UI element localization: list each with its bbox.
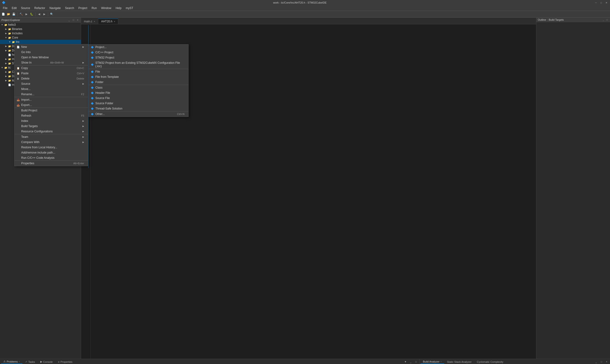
collapse-btn[interactable]: _ bbox=[408, 360, 413, 364]
right-panel-max[interactable]: □ bbox=[606, 18, 609, 21]
cm-item-gointo[interactable]: Go Into bbox=[14, 50, 88, 55]
tab-close-aht20[interactable]: × bbox=[114, 20, 115, 23]
toolbar-search[interactable]: 🔍 bbox=[49, 12, 54, 17]
submenu-other[interactable]: 🔷 Other... Ctrl+N bbox=[89, 111, 188, 117]
cm-item-opennewwindow[interactable]: Open in New Window bbox=[14, 55, 88, 60]
tab-problems-close[interactable]: × bbox=[19, 360, 20, 363]
ba-close-btn[interactable]: × bbox=[604, 360, 609, 364]
cm-item-showin[interactable]: Show In Alt+Shift+W bbox=[14, 60, 88, 65]
folder-icon: 📁 bbox=[8, 27, 12, 31]
max-btn[interactable]: □ bbox=[414, 360, 418, 364]
menu-window[interactable]: Window bbox=[99, 6, 113, 10]
title-bar-icon: 🔷 bbox=[2, 1, 5, 4]
menu-myst[interactable]: myST bbox=[124, 6, 135, 10]
cm-item-team[interactable]: Team bbox=[14, 134, 88, 140]
toolbar-new[interactable]: 📄 bbox=[1, 12, 6, 17]
tree-arrow: ▶ bbox=[4, 32, 8, 35]
cm-item-move[interactable]: Move... bbox=[14, 86, 88, 92]
menu-edit[interactable]: Edit bbox=[10, 6, 19, 10]
cm-item-addremoveinclude[interactable]: Add/remove include path... bbox=[14, 150, 88, 155]
cm-item-buildproject[interactable]: Build Project bbox=[14, 108, 88, 113]
submenu-class[interactable]: 🔷 Class bbox=[89, 85, 188, 90]
cm-item-comparewith[interactable]: Compare With bbox=[14, 140, 88, 145]
cm-item-new[interactable]: 📄 New bbox=[14, 44, 88, 50]
menu-help[interactable]: Help bbox=[114, 6, 124, 10]
toolbar-debug[interactable]: 🐛 bbox=[29, 12, 34, 17]
filter-btn[interactable]: ▼ bbox=[403, 360, 408, 364]
menu-search[interactable]: Search bbox=[63, 6, 76, 10]
tree-arrow: ▶ bbox=[4, 75, 8, 78]
cm-item-runcodeanalysis[interactable]: Run C/C++ Code Analysis bbox=[14, 155, 88, 160]
submenu-file-from-template[interactable]: 🔷 File from Template bbox=[89, 74, 188, 79]
tab-cyclomatic[interactable]: Cyclomatic Complexity bbox=[474, 360, 506, 364]
tab-close-mainc[interactable]: × bbox=[94, 20, 95, 23]
cm-item-source[interactable]: Source bbox=[14, 81, 88, 86]
tab-build-analyzer-close[interactable]: × bbox=[441, 360, 442, 363]
tree-item[interactable]: ▼ 📁 hello3 bbox=[0, 23, 81, 27]
cm-item-refresh[interactable]: Refresh F5 bbox=[14, 113, 88, 118]
tree-arrow bbox=[4, 53, 8, 56]
tab-tasks[interactable]: ✓ Tasks bbox=[23, 360, 37, 364]
menu-file[interactable]: File bbox=[1, 6, 9, 10]
project-icon: 🔷 bbox=[91, 45, 94, 49]
menu-project[interactable]: Project bbox=[77, 6, 89, 10]
tree-item[interactable]: ▶ 📁 Binaries bbox=[0, 27, 81, 31]
submenu-source-folder[interactable]: 🔷 Source Folder bbox=[89, 101, 188, 106]
editor-tab-aht20[interactable]: AHT20.h × bbox=[98, 19, 118, 24]
cm-item-properties[interactable]: Properties Alt+Enter bbox=[14, 160, 88, 166]
toolbar-open[interactable]: 📂 bbox=[6, 12, 11, 17]
folder-icon: 📁 bbox=[8, 74, 12, 78]
tree-item[interactable]: ▼ 📁 Core bbox=[0, 36, 81, 40]
tree-item[interactable]: ▼ 📁 Inc bbox=[0, 40, 81, 44]
submenu-file[interactable]: 🔷 File bbox=[89, 69, 188, 74]
cm-item-restorelocalhistory[interactable]: Restore from Local History... bbox=[14, 145, 88, 150]
submenu-stm32-from-ioc[interactable]: 🔷 STM32 Project from an Existing STM32Cu… bbox=[89, 60, 188, 69]
submenu-header-file[interactable]: 🔷 Header File bbox=[89, 90, 188, 95]
tab-build-analyzer[interactable]: Build Analyzer × bbox=[420, 360, 444, 364]
tab-console[interactable]: ▶ Console bbox=[38, 360, 55, 364]
panel-close-btn[interactable]: × bbox=[76, 18, 79, 22]
menu-navigate[interactable]: Navigate bbox=[47, 6, 62, 10]
minimize-button[interactable]: ─ bbox=[594, 1, 598, 4]
menu-refactor[interactable]: Refactor bbox=[32, 6, 47, 10]
ba-max-btn[interactable]: □ bbox=[599, 360, 604, 364]
tree-item[interactable]: ▶ 📁 Includes bbox=[0, 31, 81, 36]
ba-collapse-btn[interactable]: _ bbox=[594, 360, 598, 364]
toolbar-save[interactable]: 💾 bbox=[12, 12, 16, 17]
toolbar-back[interactable]: ◀ bbox=[37, 12, 42, 17]
maximize-button[interactable]: □ bbox=[599, 1, 603, 4]
cm-item-buildtargets[interactable]: Build Targets bbox=[14, 124, 88, 129]
menu-run[interactable]: Run bbox=[90, 6, 99, 10]
tab-properties[interactable]: ≡ Properties bbox=[55, 360, 75, 364]
editor-tab-mainc[interactable]: main.c × bbox=[81, 19, 98, 24]
tab-static-stack[interactable]: Static Stack Analyzer bbox=[444, 360, 474, 364]
panel-max-btn[interactable]: □ bbox=[72, 18, 75, 22]
cm-item-delete[interactable]: 🗑 Delete Delete bbox=[14, 76, 88, 81]
cm-item-copy[interactable]: 📋 Copy Ctrl+C bbox=[14, 65, 88, 71]
submenu-folder[interactable]: 🔷 Folder bbox=[89, 79, 188, 85]
folder-icon: 📁 bbox=[8, 31, 12, 35]
submenu-thread-safe[interactable]: 🔷 Thread-Safe Solution bbox=[89, 106, 188, 111]
cm-item-rename[interactable]: Rename... F2 bbox=[14, 92, 88, 97]
cm-item-resourceconfigs[interactable]: Resource Configurations bbox=[14, 129, 88, 134]
tree-label: Binaries bbox=[12, 27, 22, 31]
panel-collapse-btn[interactable]: _ bbox=[68, 18, 71, 22]
right-panel-collapse[interactable]: _ bbox=[602, 18, 605, 21]
tab-problems[interactable]: ⚠ Problems × bbox=[1, 360, 22, 364]
submenu-source-file[interactable]: 🔷 Source File bbox=[89, 95, 188, 101]
cm-item-paste[interactable]: 📋 Paste Ctrl+V bbox=[14, 71, 88, 76]
cm-item-export[interactable]: 📤 Export... bbox=[14, 102, 88, 108]
stm32-ioc-icon: 🔷 bbox=[91, 63, 94, 66]
submenu-cpp-project[interactable]: 🔷 C/C++ Project bbox=[89, 50, 188, 55]
toolbar-forward[interactable]: ▶ bbox=[42, 12, 47, 17]
right-panel: Outline | Build Targets _ □ bbox=[536, 18, 610, 359]
close-button[interactable]: ✕ bbox=[605, 1, 608, 4]
toolbar-run[interactable]: ▶ bbox=[24, 12, 29, 17]
menu-source[interactable]: Source bbox=[19, 6, 32, 10]
cm-item-import[interactable]: 📥 Import... bbox=[14, 97, 88, 102]
tree-arrow: ▶ bbox=[4, 44, 8, 48]
submenu-stm32-project[interactable]: 🔷 STM32 Project bbox=[89, 55, 188, 60]
submenu-project[interactable]: 🔷 Project... bbox=[89, 44, 188, 50]
cm-item-index[interactable]: Index bbox=[14, 118, 88, 124]
toolbar-build[interactable]: 🔨 bbox=[19, 12, 24, 17]
